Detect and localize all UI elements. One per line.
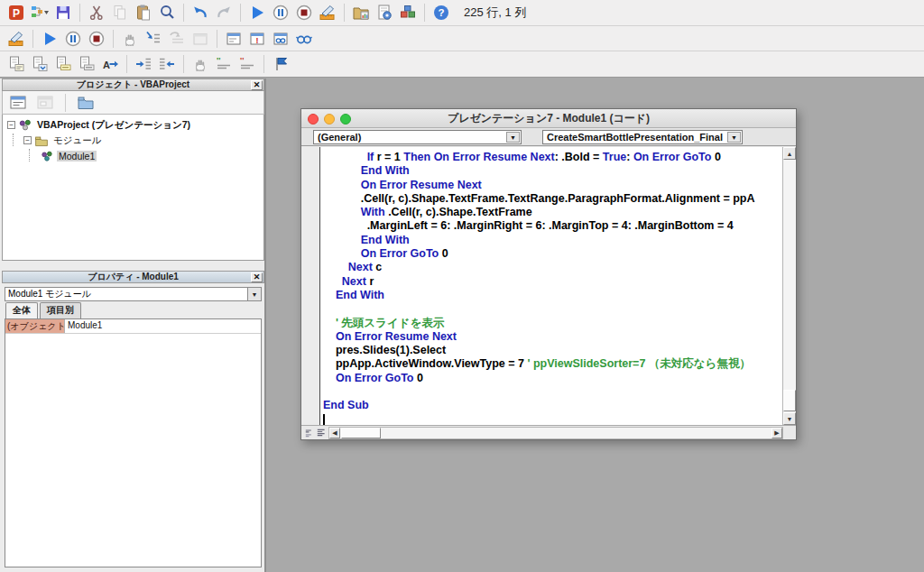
step-over-icon [168,30,186,48]
step-into-button[interactable] [142,28,165,50]
scroll-right-icon[interactable]: ▶ [772,428,782,438]
copy-button[interactable] [108,2,132,23]
code-line: pres.Slides(1).Select [323,344,782,357]
horizontal-scroll-thumb[interactable] [341,428,381,438]
dropdown-arrow-icon[interactable]: ▼ [247,288,261,300]
text-caret [323,414,325,425]
reset-button[interactable] [292,2,316,23]
find-button[interactable] [155,2,179,23]
margin-indicator-bar[interactable] [301,147,320,425]
run-button[interactable] [245,2,269,23]
powerpoint-button[interactable]: P [5,2,28,23]
design-mode-button[interactable] [5,28,28,50]
comment-block-button[interactable]: '' [212,53,236,75]
list-properties-button[interactable] [5,53,28,75]
tree-item-vbaproject-7-[interactable]: −VBAProject (プレゼンテーション7) [3,117,263,133]
locals-window-button[interactable]: ! [245,28,269,50]
horizontal-scrollbar[interactable]: ◀ ▶ [328,427,783,439]
window-plain-button[interactable] [189,28,212,50]
project-panel-titlebar[interactable]: プロジェクト - VBAProject ✕ [2,78,264,91]
uncomment-block-button[interactable]: '' [236,53,259,75]
toggle-breakpoint-hand-button[interactable] [189,53,212,75]
code-line [323,413,782,425]
svg-text:'': '' [217,56,220,65]
full-module-view-button[interactable] [315,427,327,438]
scroll-up-icon[interactable]: ▲ [783,147,796,160]
bookmark-flag-button[interactable] [269,53,292,75]
reset-button[interactable] [85,28,108,50]
break-button[interactable] [269,2,292,23]
code-line: Next r [323,275,782,289]
help-icon: ? [432,4,450,22]
object-browser-button[interactable] [396,2,420,23]
tree-expander-icon[interactable]: − [7,121,15,129]
watch-window-button[interactable] [269,28,292,50]
property-value[interactable]: Module1 [65,319,261,333]
code-line: .Cell(r, c).Shape.TextFrame.TextRange.Pa… [323,192,782,206]
save-button[interactable] [51,2,75,23]
project-panel-close-button[interactable]: ✕ [251,80,263,90]
code-line: .MarginLeft = 6: .MarginRight = 6: .Marg… [323,219,782,233]
scroll-left-icon[interactable]: ◀ [329,428,340,438]
property-row[interactable]: (オブジェクト名)Module1 [5,319,261,334]
properties-panel-titlebar[interactable]: プロパティ - Module1 ✕ [2,271,264,283]
break-button[interactable] [61,28,85,50]
parameter-info-button[interactable] [75,53,98,75]
project-tree[interactable]: −VBAProject (プレゼンテーション7)−モジュールModule1 [2,115,264,261]
view-object-button[interactable] [33,92,57,114]
project-explorer-panel: プロジェクト - VBAProject ✕ −VBAProject (プレゼンテ… [2,78,264,261]
help-button[interactable]: ? [430,2,453,23]
cut-button[interactable] [85,2,108,23]
view-host-app-button[interactable] [28,2,51,23]
code-line: End With [323,289,782,302]
view-code-button[interactable] [6,92,30,114]
tree-item-label: Module1 [57,151,97,161]
code-window-titlebar[interactable]: プレゼンテーション7 - Module1 (コード) [301,109,796,128]
minimize-window-icon[interactable] [324,114,335,125]
toggle-breakpoint-hand-button[interactable] [118,28,142,50]
project-explorer-button[interactable] [349,2,373,23]
vertical-scroll-thumb[interactable] [783,390,796,411]
immediate-window-button[interactable] [222,28,245,50]
uncomment-block-icon: '' [238,55,256,73]
code-window[interactable]: プレゼンテーション7 - Module1 (コード) (General) ▼ C… [300,108,797,440]
undo-button[interactable] [189,2,212,23]
dropdown-arrow-icon[interactable]: ▼ [506,132,520,143]
vertical-scrollbar[interactable]: ▲ ▼ [782,147,796,425]
toolbar-separator [183,55,184,73]
paste-button[interactable] [132,2,155,23]
procedure-view-button[interactable] [303,427,315,438]
tree-item--[interactable]: −モジュール [3,133,263,148]
properties-grid[interactable]: (オブジェクト名)Module1 [5,318,262,567]
zoom-window-icon[interactable] [340,114,351,125]
properties-window-button[interactable] [373,2,396,23]
indent-button[interactable] [132,53,155,75]
toggle-folders-button[interactable] [74,92,97,114]
scroll-down-icon[interactable]: ▼ [783,412,796,425]
toolbar-separator [240,4,241,22]
step-over-button[interactable] [165,28,189,50]
tree-item-module1[interactable]: Module1 [3,148,263,163]
bookmark-flag-icon [272,55,290,73]
undo-icon [191,4,209,22]
quick-info-button[interactable] [51,53,75,75]
design-mode-button[interactable] [316,2,339,23]
tree-expander-icon[interactable]: − [23,136,32,144]
redo-button[interactable] [212,2,236,23]
object-dropdown[interactable]: (General) ▼ [313,130,522,144]
properties-panel-close-button[interactable]: ✕ [251,272,263,282]
complete-word-button[interactable]: A [98,53,122,75]
quick-watch-button[interactable] [292,28,316,50]
code-text-area[interactable]: If r = 1 Then On Error Resume Next: .Bol… [320,147,782,425]
procedure-dropdown[interactable]: CreateSmartBottlePresentation_Final ▼ [542,130,743,144]
dropdown-arrow-icon[interactable]: ▼ [727,132,741,143]
property-name[interactable]: (オブジェクト名) [5,319,65,333]
properties-object-dropdown[interactable]: Module1 モジュール ▼ [5,287,262,301]
run-button[interactable] [38,28,61,50]
project-panel-toolbar [2,91,264,115]
list-constants-button[interactable] [28,53,51,75]
close-window-icon[interactable] [308,114,319,125]
tab-alphabetic[interactable]: 全体 [5,302,38,318]
tab-categorized[interactable]: 項目別 [40,302,81,318]
outdent-button[interactable] [155,53,179,75]
